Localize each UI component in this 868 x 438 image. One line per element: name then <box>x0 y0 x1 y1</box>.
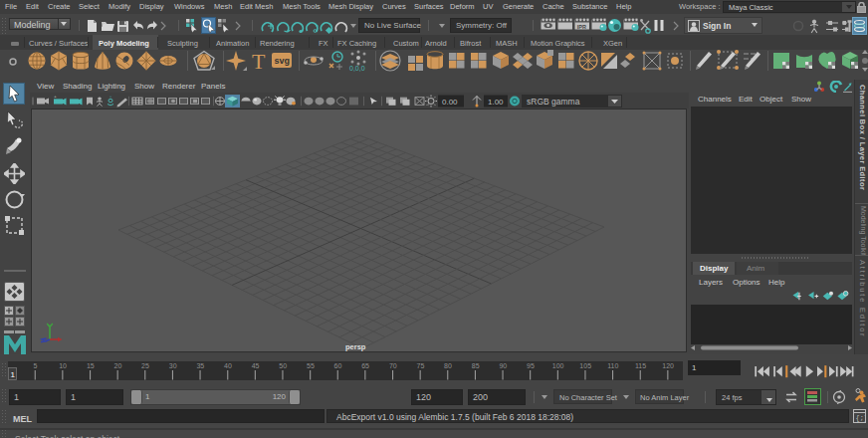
svg-text:115: 115 <box>635 362 646 369</box>
svg-text:55: 55 <box>307 362 315 369</box>
svg-text:35: 35 <box>196 362 204 369</box>
svg-text:75: 75 <box>417 362 425 369</box>
svg-text:sRGB gamma: sRGB gamma <box>527 97 580 107</box>
svg-text:65: 65 <box>361 362 369 369</box>
svg-text:70: 70 <box>389 362 397 369</box>
svg-text:20: 20 <box>114 362 122 369</box>
svg-text:50: 50 <box>279 362 287 369</box>
svg-text:30: 30 <box>169 362 177 369</box>
svg-text:0,0,0: 0,0,0 <box>349 65 365 72</box>
svg-text:25: 25 <box>141 362 149 369</box>
svg-text:45: 45 <box>252 362 260 369</box>
svg-text:85: 85 <box>472 362 480 369</box>
svg-text:120: 120 <box>662 362 674 369</box>
svg-text:svg: svg <box>275 56 291 66</box>
svg-text:T: T <box>252 49 266 74</box>
svg-text:40: 40 <box>224 362 232 369</box>
svg-text:10: 10 <box>59 362 67 369</box>
svg-text:IPR: IPR <box>577 24 586 30</box>
svg-text:+: + <box>54 95 57 100</box>
svg-text:90: 90 <box>499 362 507 369</box>
svg-text:{;}: {;} <box>856 414 867 422</box>
svg-text:105: 105 <box>579 362 591 369</box>
svg-text:0.00: 0.00 <box>442 98 458 107</box>
svg-text:80: 80 <box>444 362 452 369</box>
svg-text:5: 5 <box>34 362 38 369</box>
svg-text:1.00: 1.00 <box>488 98 504 107</box>
svg-text:60: 60 <box>334 362 342 369</box>
svg-text:95: 95 <box>527 362 535 369</box>
svg-text:1: 1 <box>11 370 16 379</box>
svg-text:100: 100 <box>552 362 564 369</box>
svg-text:110: 110 <box>607 362 618 369</box>
svg-text:15: 15 <box>87 362 95 369</box>
